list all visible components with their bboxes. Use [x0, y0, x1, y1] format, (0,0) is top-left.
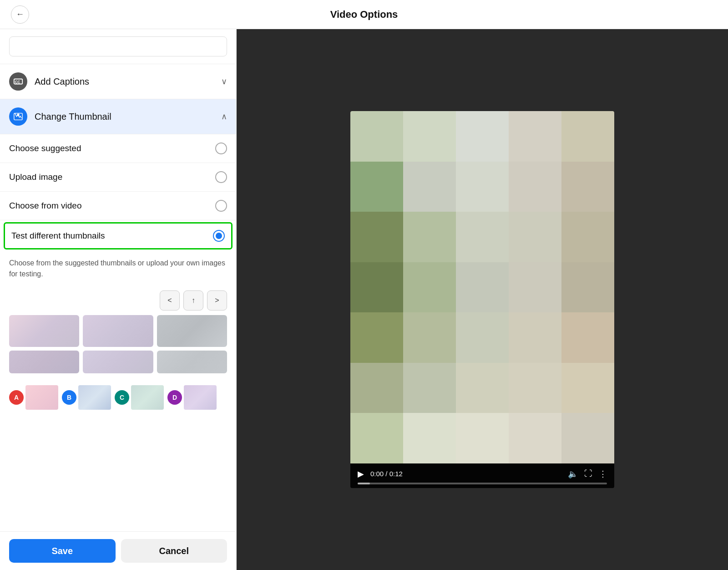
ab-thumb-b[interactable]	[78, 385, 111, 410]
pixel-20	[350, 312, 403, 362]
pixel-25	[350, 363, 403, 413]
cancel-button[interactable]: Cancel	[121, 539, 228, 563]
thumb-cell-1a[interactable]	[9, 315, 79, 347]
ab-badge-b: B	[62, 390, 76, 405]
pixel-18	[509, 262, 561, 312]
pixel-11	[403, 212, 456, 262]
ab-badge-a: A	[9, 390, 24, 405]
search-area	[0, 29, 236, 64]
change-thumbnail-section[interactable]: Change Thumbnail ∧	[0, 99, 236, 134]
pixel-10	[350, 212, 403, 262]
left-panel: CC Add Captions ∨ Change Thumbnail ∧ Cho…	[0, 29, 237, 570]
thumb-cell-2c[interactable]	[157, 351, 227, 373]
radio-test-label: Test different thumbnails	[11, 231, 105, 241]
controls-row: ▶ 0:00 / 0:12 🔈 ⛶ ⋮	[358, 469, 607, 479]
header: ← Video Options	[0, 0, 728, 29]
ab-thumb-c[interactable]	[131, 385, 164, 410]
thumbnail-icon	[9, 107, 27, 126]
thumb-cell-2a[interactable]	[9, 351, 79, 373]
pixel-22	[456, 312, 509, 362]
captions-label: Add Captions	[35, 76, 221, 87]
pixel-21	[403, 312, 456, 362]
pixel-3	[509, 111, 561, 161]
ab-thumb-a[interactable]	[25, 385, 58, 410]
fullscreen-icon[interactable]: ⛶	[584, 469, 592, 478]
radio-suggested[interactable]: Choose suggested	[0, 134, 236, 163]
radio-upload-label: Upload image	[9, 172, 62, 182]
pixel-17	[456, 262, 509, 312]
left-panel-scroll[interactable]: CC Add Captions ∨ Change Thumbnail ∧ Cho…	[0, 29, 236, 531]
save-button[interactable]: Save	[9, 539, 116, 563]
radio-upload-circle	[215, 171, 227, 183]
thumb-cell-1c[interactable]	[157, 315, 227, 347]
radio-suggested-circle	[215, 142, 227, 154]
thumb-cell-2b[interactable]	[83, 351, 153, 373]
thumbnail-nav: < ↑ >	[0, 286, 236, 315]
pixel-5	[350, 162, 403, 212]
more-options-icon[interactable]: ⋮	[599, 469, 607, 479]
pixel-23	[509, 312, 561, 362]
ab-badge-d: D	[167, 390, 182, 405]
volume-icon[interactable]: 🔈	[568, 469, 578, 479]
radio-test[interactable]: Test different thumbnails	[4, 222, 233, 249]
pixel-32	[456, 413, 509, 463]
ab-thumb-d[interactable]	[184, 385, 217, 410]
pixel-9	[561, 162, 614, 212]
thumbnail-strip	[0, 315, 236, 382]
ab-badge-c: C	[115, 390, 129, 405]
captions-chevron: ∨	[221, 76, 227, 87]
captions-icon: CC	[9, 72, 27, 91]
radio-from-video[interactable]: Choose from video	[0, 192, 236, 220]
description-text: Choose from the suggested thumbnails or …	[0, 251, 236, 286]
pixel-34	[561, 413, 614, 463]
ab-item-d: D	[167, 385, 217, 410]
pixel-33	[509, 413, 561, 463]
pixel-0	[350, 111, 403, 161]
radio-upload[interactable]: Upload image	[0, 163, 236, 192]
svg-text:CC: CC	[15, 80, 20, 84]
radio-from-video-label: Choose from video	[9, 201, 81, 211]
pixel-30	[350, 413, 403, 463]
play-button[interactable]: ▶	[358, 469, 364, 479]
add-captions-section[interactable]: CC Add Captions ∨	[0, 64, 236, 99]
pixel-31	[403, 413, 456, 463]
ab-item-a: A	[9, 385, 58, 410]
radio-test-circle	[213, 230, 225, 242]
pixel-28	[509, 363, 561, 413]
page-title: Video Options	[330, 9, 398, 20]
pixel-15	[350, 262, 403, 312]
right-panel: ▶ 0:00 / 0:12 🔈 ⛶ ⋮	[237, 29, 728, 570]
pixel-29	[561, 363, 614, 413]
pixel-13	[509, 212, 561, 262]
pixel-14	[561, 212, 614, 262]
ab-item-c: C	[115, 385, 164, 410]
next-thumb-button[interactable]: >	[207, 290, 227, 310]
video-container: ▶ 0:00 / 0:12 🔈 ⛶ ⋮	[350, 111, 614, 488]
pixel-12	[456, 212, 509, 262]
progress-fill	[358, 483, 370, 484]
main-layout: CC Add Captions ∨ Change Thumbnail ∧ Cho…	[0, 29, 728, 570]
ab-test-row: A B C D	[0, 382, 236, 416]
thumb-cell-1b[interactable]	[83, 315, 153, 347]
pixel-19	[561, 262, 614, 312]
time-display: 0:00 / 0:12	[370, 470, 561, 478]
video-controls: ▶ 0:00 / 0:12 🔈 ⛶ ⋮	[350, 463, 614, 488]
radio-from-video-circle	[215, 200, 227, 212]
ab-item-b: B	[62, 385, 111, 410]
pixel-27	[456, 363, 509, 413]
pixel-6	[403, 162, 456, 212]
thumbnail-chevron: ∧	[221, 112, 227, 122]
pixel-4	[561, 111, 614, 161]
search-box	[9, 36, 227, 56]
back-button[interactable]: ←	[11, 5, 29, 24]
prev-thumb-button[interactable]: <	[160, 290, 180, 310]
pixel-8	[509, 162, 561, 212]
action-buttons: Save Cancel	[0, 531, 236, 570]
pixel-16	[403, 262, 456, 312]
pixel-24	[561, 312, 614, 362]
radio-suggested-label: Choose suggested	[9, 143, 81, 153]
progress-bar[interactable]	[358, 483, 607, 484]
video-thumbnail	[350, 111, 614, 463]
thumb-row-2	[9, 351, 227, 373]
upload-thumb-button[interactable]: ↑	[183, 290, 203, 310]
